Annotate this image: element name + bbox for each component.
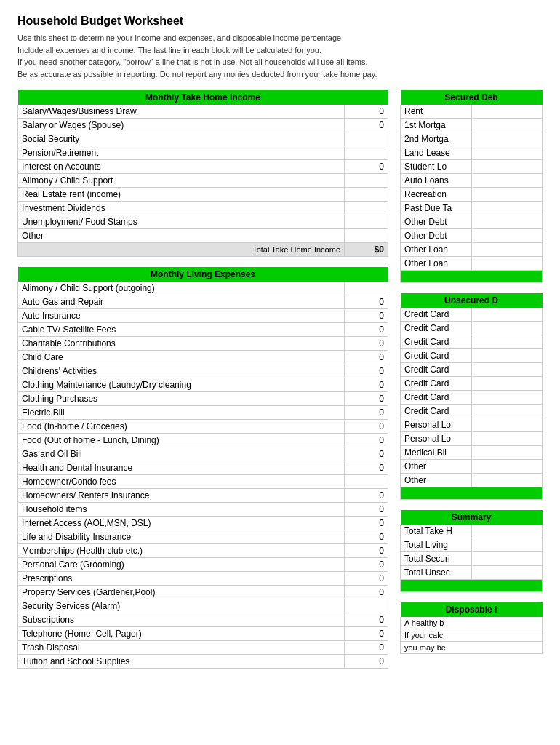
income-row-value[interactable] <box>345 202 388 215</box>
expense-row-value[interactable]: 0 <box>345 295 388 309</box>
secured-row: Student Lo <box>401 160 543 174</box>
income-row-label: Salary or Wages (Spouse) <box>18 119 345 132</box>
expense-row-value[interactable]: 0 <box>345 572 388 586</box>
summary-row: Total Living <box>401 538 543 552</box>
expense-row: Memberships (Health club etc.) 0 <box>18 544 388 558</box>
expense-row-value[interactable]: 0 <box>345 323 388 337</box>
unsecured-row: Medical Bil <box>401 446 543 460</box>
secured-row-label: Past Due Ta <box>401 202 472 215</box>
expense-row-label: Cable TV/ Satellite Fees <box>18 323 345 337</box>
summary-row-value[interactable] <box>471 525 543 538</box>
secured-row-label: 2nd Mortga <box>401 132 472 146</box>
expense-row-value[interactable]: 0 <box>345 337 388 351</box>
expense-row-value[interactable]: 0 <box>345 461 388 475</box>
unsecured-row-value[interactable] <box>471 446 543 460</box>
unsecured-row-value[interactable] <box>471 418 543 432</box>
unsecured-row-value[interactable] <box>471 377 543 391</box>
unsecured-row-value[interactable] <box>471 363 543 377</box>
unsecured-row-value[interactable] <box>471 308 543 322</box>
secured-row-value[interactable] <box>471 257 543 271</box>
expense-row-value[interactable]: 0 <box>345 392 388 406</box>
expense-row-label: Prescriptions <box>18 572 345 586</box>
expense-row-value[interactable]: 0 <box>345 309 388 323</box>
income-row: Other <box>18 229 388 243</box>
summary-row-value[interactable] <box>471 566 543 580</box>
expense-row: Health and Dental Insurance 0 <box>18 461 388 475</box>
secured-row-value[interactable] <box>471 174 543 188</box>
income-row-value[interactable] <box>345 146 388 160</box>
unsecured-row: Personal Lo <box>401 418 543 432</box>
summary-header: Summary <box>401 510 543 525</box>
secured-row-value[interactable] <box>471 119 543 132</box>
income-row-value[interactable] <box>345 229 388 243</box>
income-row-label: Real Estate rent (income) <box>18 188 345 202</box>
expense-row-value[interactable] <box>345 475 388 489</box>
secured-row-value[interactable] <box>471 215 543 229</box>
expense-row-value[interactable]: 0 <box>345 655 388 669</box>
unsecured-row-value[interactable] <box>471 474 543 487</box>
expense-row-value[interactable]: 0 <box>345 517 388 530</box>
expense-row-value[interactable]: 0 <box>345 544 388 558</box>
expense-row-value[interactable]: 0 <box>345 489 388 503</box>
income-row: Social Security <box>18 132 388 146</box>
expense-row-value[interactable]: 0 <box>345 378 388 392</box>
expense-row-value[interactable]: 0 <box>345 530 388 544</box>
secured-row: Other Loan <box>401 243 543 257</box>
unsecured-row-value[interactable] <box>471 405 543 418</box>
expense-row: Alimony / Child Support (outgoing) <box>18 282 388 295</box>
income-row-value[interactable] <box>345 132 388 146</box>
expense-row-value[interactable]: 0 <box>345 641 388 655</box>
unsecured-row-value[interactable] <box>471 460 543 474</box>
secured-row-value[interactable] <box>471 146 543 160</box>
secured-row-value[interactable] <box>471 188 543 202</box>
expense-row-value[interactable]: 0 <box>345 558 388 572</box>
unsecured-row-value[interactable] <box>471 432 543 446</box>
summary-row-value[interactable] <box>471 552 543 566</box>
expense-row-value[interactable]: 0 <box>345 503 388 517</box>
expense-row-value[interactable]: 0 <box>345 364 388 378</box>
expense-row-value[interactable]: 0 <box>345 613 388 627</box>
income-row-value[interactable] <box>345 188 388 202</box>
expense-row-value[interactable]: 0 <box>345 447 388 461</box>
expense-row-value[interactable]: 0 <box>345 420 388 434</box>
expense-row-value[interactable] <box>345 282 388 295</box>
expense-row-value[interactable]: 0 <box>345 406 388 420</box>
income-row-value[interactable] <box>345 174 388 188</box>
secured-row-value[interactable] <box>471 202 543 215</box>
unsecured-row-value[interactable] <box>471 322 543 335</box>
expense-row-label: Tuition and School Supplies <box>18 655 345 669</box>
income-row-value[interactable]: 0 <box>345 105 388 119</box>
expense-row-value[interactable]: 0 <box>345 434 388 447</box>
secured-header: Secured Deb <box>401 90 543 105</box>
expense-row-label: Telephone (Home, Cell, Pager) <box>18 627 345 641</box>
income-row-value[interactable]: 0 <box>345 160 388 174</box>
income-row-value[interactable] <box>345 215 388 229</box>
summary-total <box>401 580 543 592</box>
unsecured-row-value[interactable] <box>471 335 543 349</box>
income-row-value[interactable]: 0 <box>345 119 388 132</box>
secured-row-value[interactable] <box>471 229 543 243</box>
unsecured-row-value[interactable] <box>471 349 543 363</box>
unsecured-row-label: Other <box>401 460 472 474</box>
income-row-label: Investment Dividends <box>18 202 345 215</box>
expense-row-value[interactable]: 0 <box>345 351 388 364</box>
secured-row-value[interactable] <box>471 160 543 174</box>
unsecured-row: Credit Card <box>401 308 543 322</box>
summary-row-value[interactable] <box>471 538 543 552</box>
secured-row-value[interactable] <box>471 132 543 146</box>
unsecured-row-label: Credit Card <box>401 349 472 363</box>
expense-row: Homeowners/ Renters Insurance 0 <box>18 489 388 503</box>
expense-row-label: Personal Care (Grooming) <box>18 558 345 572</box>
expense-row-value[interactable] <box>345 599 388 613</box>
unsecured-row-value[interactable] <box>471 391 543 405</box>
expense-row-value[interactable]: 0 <box>345 627 388 641</box>
expense-row: Child Care 0 <box>18 351 388 364</box>
secured-row-value[interactable] <box>471 105 543 119</box>
expense-row-value[interactable]: 0 <box>345 586 388 599</box>
expenses-section: Monthly Living Expenses Alimony / Child … <box>17 267 388 669</box>
secured-row: Land Lease <box>401 146 543 160</box>
expense-row-label: Clothing Maintenance (Laundy/Dry cleanin… <box>18 378 345 392</box>
secured-row-value[interactable] <box>471 243 543 257</box>
unsecured-total <box>401 487 543 500</box>
summary-section: Summary Total Take H Total Living Total … <box>400 510 543 592</box>
